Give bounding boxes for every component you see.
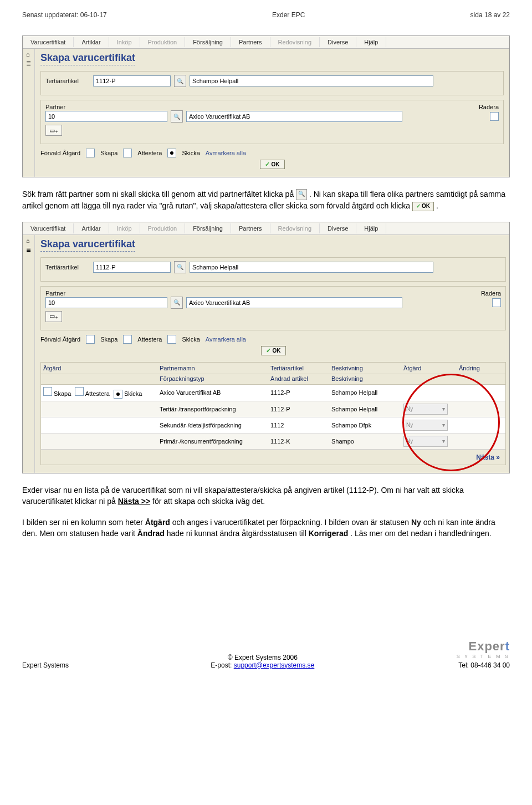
home-icon[interactable]: ⌂ [26, 51, 31, 58]
skicka-label: Skicka [182, 336, 200, 343]
menu-redovisning: Redovisning [270, 37, 320, 47]
bold-ny: Ny [411, 518, 421, 527]
paragraph-2: Exder visar nu en lista på de varucertif… [22, 485, 510, 507]
tertiar-desc-input[interactable] [190, 75, 433, 86]
nasta-button[interactable]: Nästa » [40, 450, 506, 465]
radio-skicka[interactable] [167, 149, 176, 157]
ok-button[interactable]: ✓OK [260, 160, 285, 169]
paragraph-1: Sök fram rätt partner som ni skall skick… [22, 188, 510, 212]
cell-forpack: Primär-/konsumentförpackning [160, 438, 270, 445]
partner-input[interactable] [45, 111, 167, 122]
partner-label: Partner [45, 290, 90, 297]
list-icon[interactable]: ≣ [26, 60, 31, 67]
tertiar-input[interactable] [93, 75, 171, 86]
row-radio-skapa[interactable] [43, 387, 52, 396]
radio-attestera[interactable] [123, 149, 132, 157]
radio-skapa[interactable] [86, 149, 95, 157]
partner-label: Partner [45, 104, 90, 110]
table-row: Primär-/konsumentförpackning 1112-K Sham… [41, 434, 505, 450]
ok-label: OK [272, 161, 280, 167]
partner-input[interactable] [45, 297, 167, 308]
footer-email-label: E-post: [211, 661, 233, 669]
avmarkera-link[interactable]: Avmarkera alla [206, 150, 246, 156]
atgard-select[interactable]: Ny▾ [403, 436, 448, 447]
radio-attestera[interactable] [123, 335, 132, 344]
add-row-button[interactable]: ▭₊ [45, 311, 62, 322]
logo: Expert S Y S T E M S [457, 639, 510, 659]
cell-art: 1112-K [270, 438, 331, 445]
page-title: Skapa varucertifikat [40, 52, 135, 65]
add-row-button[interactable]: ▭₊ [45, 125, 62, 136]
partner-lookup-button[interactable]: 🔍 [171, 110, 183, 123]
partner-desc-input[interactable] [186, 297, 402, 308]
radio-skicka[interactable] [167, 335, 176, 344]
menu-artiklar[interactable]: Artiklar [74, 37, 109, 47]
menu-produktion: Produktion [140, 223, 186, 233]
menu-varucertifikat[interactable]: Varucertifikat [23, 37, 74, 47]
cell-forpack: Tertiär-/transportförpackning [160, 406, 270, 412]
partner-lookup-button[interactable]: 🔍 [171, 297, 183, 309]
th-partnernamn: Partnernamn [160, 365, 270, 371]
menu-hjalp[interactable]: Hjälp [356, 223, 386, 233]
cell-beskr: Schampo Helpall [331, 406, 403, 412]
menu-forsaljning[interactable]: Försäljning [185, 223, 231, 233]
nasta-link-text: Nästa >> [118, 497, 150, 506]
tertiar-lookup-button[interactable]: 🔍 [174, 75, 186, 87]
cell-art: 1112-P [270, 389, 331, 396]
atgard-select[interactable]: Ny▾ [403, 420, 448, 431]
th-forpack: Förpackningstyp [160, 375, 270, 382]
menu-hjalp[interactable]: Hjälp [356, 37, 386, 47]
skicka-label: Skicka [182, 150, 200, 156]
menu-forsaljning[interactable]: Försäljning [185, 37, 231, 47]
p1-t3: . [436, 201, 438, 210]
chevron-down-icon: ▾ [442, 406, 445, 412]
tertiar-input[interactable] [93, 262, 171, 273]
cell-partner: Axico Varucertifikat AB [160, 389, 270, 396]
ok-button[interactable]: ✓OK [261, 346, 286, 355]
footer-email-link[interactable]: support@expertsystems.se [234, 661, 315, 669]
radio-skapa[interactable] [86, 335, 95, 344]
th-tertiar: Tertiärartikel [270, 365, 331, 371]
row-radio-skicka[interactable] [114, 390, 122, 399]
th-beskrivning2: Beskrivning [331, 375, 403, 382]
th-atgard: Åtgärd [43, 365, 160, 371]
th-atgard2: Åtgärd [403, 365, 459, 371]
tertiar-desc-input[interactable] [190, 262, 433, 273]
th-beskrivning: Beskrivning [331, 365, 403, 371]
header-center: Exder EPC [272, 11, 305, 19]
tertiar-lookup-button[interactable]: 🔍 [174, 261, 186, 273]
paragraph-3: I bilden ser ni en kolumn som heter Åtgä… [22, 517, 510, 539]
forvald-label: Förvald Åtgärd [40, 336, 80, 343]
menu-artiklar[interactable]: Artiklar [74, 223, 109, 233]
footer-copyright: © Expert Systems 2006 [211, 654, 314, 661]
avmarkera-link[interactable]: Avmarkera alla [206, 336, 246, 343]
p1-t1: Sök fram rätt partner som ni skall skick… [22, 190, 296, 198]
bold-atgard: Åtgärd [145, 518, 170, 527]
menu-diverse[interactable]: Diverse [320, 37, 356, 47]
menu-diverse[interactable]: Diverse [320, 223, 356, 233]
check-icon: ✓ [265, 161, 270, 168]
menu-inkop: Inköp [109, 223, 140, 233]
menu-varucertifikat[interactable]: Varucertifikat [23, 223, 74, 233]
radera-checkbox[interactable] [490, 112, 499, 121]
attestera-label: Attestera [137, 336, 162, 343]
search-icon-inline: 🔍 [296, 189, 307, 200]
th-andring: Ändring [459, 365, 503, 371]
menu-partners[interactable]: Partners [231, 37, 270, 47]
ok-button-inline: ✓OK [412, 202, 434, 211]
atgard-select[interactable]: Ny▾ [403, 404, 448, 415]
table-row: Tertiär-/transportförpackning 1112-P Sch… [41, 401, 505, 417]
list-icon[interactable]: ≣ [26, 246, 31, 253]
home-icon[interactable]: ⌂ [26, 237, 31, 244]
menu-partners[interactable]: Partners [231, 223, 270, 233]
partner-desc-input[interactable] [186, 111, 402, 122]
table-row: Sekundär-/detaljistförpackning 1112 Scha… [41, 417, 505, 434]
radera-checkbox[interactable] [492, 298, 501, 307]
add-icon: ▭₊ [49, 127, 58, 134]
attestera-label: Attestera [137, 150, 162, 156]
th-andrad: Ändrad artikel [270, 375, 331, 382]
menu-inkop: Inköp [109, 37, 140, 47]
menu-bar: Varucertifikat Artiklar Inköp Produktion… [23, 36, 509, 49]
row-radio-attestera[interactable] [75, 387, 84, 396]
skapa-label: Skapa [100, 150, 117, 156]
